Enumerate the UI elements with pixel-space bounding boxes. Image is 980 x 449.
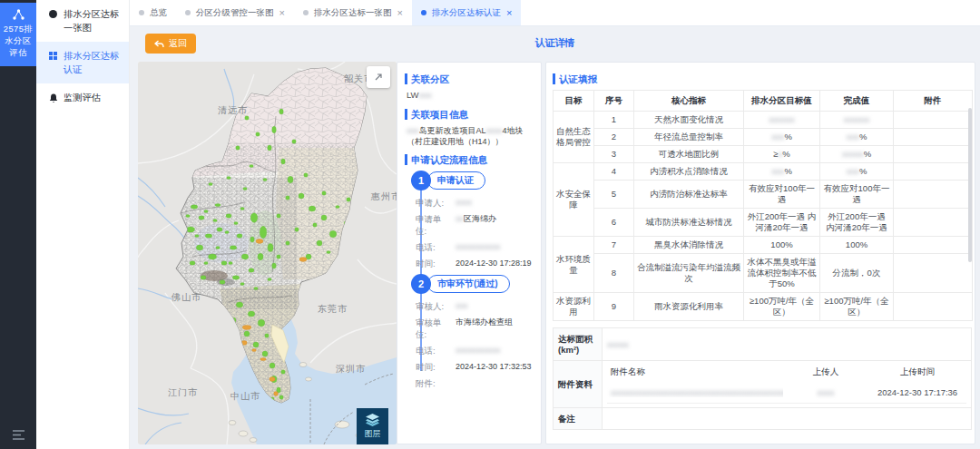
tab-label: 总览 [150, 7, 167, 19]
collapse-icon[interactable] [0, 430, 36, 442]
green-zone [268, 244, 273, 252]
green-zone [286, 196, 290, 200]
tab-close-icon[interactable]: × [279, 7, 285, 18]
green-zone [241, 254, 249, 259]
step-title: 市审环节(通过) [427, 275, 510, 293]
field-value: 2024-12-30 17:32:53 [456, 361, 532, 373]
tab-bar: 总览分区分级管控一张图×排水分区达标一张图×排水分区达标认证× [130, 0, 980, 26]
green-zone [196, 245, 203, 250]
target-cell: 有效应对100年一遇 [744, 181, 820, 209]
attachment-col-header: 上传时间 [868, 366, 966, 378]
goal-cell: 水环境质量 [554, 237, 594, 293]
indicator-cell: 天然水面变化情况 [634, 112, 744, 129]
green-zone [286, 241, 290, 246]
sidebar-item-label: 监测评估 [64, 91, 123, 104]
field-row: 申请人:xxxx [416, 197, 534, 209]
page-title: 认证详情 [130, 36, 980, 50]
tab-close-icon[interactable]: × [397, 7, 402, 18]
table-scrollbar[interactable] [968, 108, 972, 262]
sidebar-item-2[interactable]: 监测评估 [36, 83, 129, 112]
green-zone [225, 231, 230, 234]
tab-close-icon[interactable]: × [506, 7, 512, 18]
field-label: 时间: [416, 258, 446, 269]
green-zone [321, 215, 327, 220]
tab-label: 排水分区达标认证 [432, 7, 501, 19]
green-zone [244, 331, 250, 337]
orange-zone [260, 357, 266, 360]
attachment-cell [894, 163, 973, 181]
green-zone [327, 251, 331, 254]
table-row: 5内涝防治标准达标率有效应对100年一遇有效应对100年一遇 [554, 181, 973, 209]
orange-zone [256, 239, 263, 244]
process-timeline: 1申请认证申请人:xxxx申请单位:xx区海绵办电话:xxxxxxxxxxx时间… [405, 171, 534, 389]
green-zone [234, 222, 239, 225]
gis-map[interactable]: 韶关市清远市惠州市佛山市东莞市深圳市中山市江门市 [138, 62, 397, 444]
green-zone [190, 261, 195, 266]
table-row: 水环境质量7黑臭水体消除情况100%100% [554, 237, 973, 254]
indicator-cell: 合流制溢流污染年均溢流频次 [634, 254, 744, 293]
table-row: 8合流制溢流污染年均溢流频次水体不黑臭或年溢流体积控制率不低于50%分流制，0次 [554, 254, 973, 293]
masked-value: xxxxxxxxxxxxxxxxxxxxxxxxxxxxxxxxxxxxxxxx… [611, 387, 783, 397]
column-header: 排水分区目标值 [744, 91, 820, 112]
tab-0[interactable]: 总览 [130, 0, 176, 25]
green-zone [195, 235, 200, 238]
field-row: 电话:xxxxxxxxxxx [416, 241, 534, 253]
attachment-name[interactable]: xxxxxxxxxxxxxxxxxxxxxxxxxxxxxxxxxxxxxxxx… [607, 387, 783, 397]
green-zone [243, 188, 248, 190]
field-label: 附件: [416, 377, 446, 389]
sidebar-item-0[interactable]: 排水分区达标一张图 [36, 0, 129, 42]
city-label: 深圳市 [336, 364, 366, 374]
tab-3[interactable]: 排水分区达标认证× [412, 0, 521, 25]
green-zone [254, 288, 259, 290]
orange-zone [242, 326, 251, 330]
green-zone [304, 173, 309, 178]
step-number: 2 [411, 274, 431, 294]
expand-icon[interactable] [367, 66, 390, 88]
tab-1[interactable]: 分区分级管控一张图× [176, 0, 294, 25]
step-fields: 审核人:xxx审核单位:市海绵办检查组电话:xxxxxxxxxxx时间:2024… [416, 300, 534, 389]
done-cell: ≥100万吨/年（全区） [820, 293, 894, 321]
green-zone [309, 206, 316, 211]
field-row: 时间:2024-12-30 17:28:19 [416, 258, 534, 269]
masked-value: xx [456, 214, 464, 223]
green-zone [227, 177, 231, 180]
remark-label: 备注 [554, 408, 603, 430]
field-label: 审核单位: [416, 317, 446, 340]
seq-cell: 8 [594, 254, 634, 293]
attachment-cell [894, 146, 973, 163]
attachment-item: xxxxxxxxxxxxxxxxxxxxxxxxxxxxxxxxxxxxxxxx… [607, 386, 966, 404]
field-value: xxxxxxxxxxx [456, 345, 501, 356]
step-header: 2市审环节(通过) [405, 274, 534, 294]
green-zone [272, 263, 277, 268]
layers-button[interactable]: 图层 [357, 408, 388, 444]
green-zone [258, 319, 265, 327]
column-header: 序号 [594, 91, 634, 112]
column-header: 核心指标 [634, 91, 744, 112]
sidebar-item-1[interactable]: 排水分区达标认证 [36, 42, 129, 83]
green-zone [216, 247, 220, 249]
green-zone [253, 342, 259, 347]
field-row: 申请单位:xx区海绵办 [416, 213, 534, 237]
done-cell: xxxxx% [820, 146, 894, 163]
done-cell: xxxxxx [820, 112, 894, 129]
sidebar-item-evaluation[interactable]: 2575排水分区评估 [0, 3, 36, 66]
green-zone [245, 116, 250, 121]
certification-panel: 认证填报 目标序号核心指标排水分区目标值完成值附件自然生态格局管控1天然水面变化… [545, 62, 975, 444]
orange-zone [274, 392, 279, 396]
goal-cell: 自然生态格局管控 [554, 112, 594, 163]
section-title-project: 关联项目信息 [405, 109, 534, 120]
tab-dot-icon [421, 10, 426, 15]
green-zone [262, 351, 268, 356]
done-cell: xxx% [820, 163, 894, 181]
masked-value: xxxxxxxxxxx [456, 346, 501, 355]
orange-zone [299, 258, 307, 262]
partition-value: LWxxx [407, 90, 534, 100]
tab-2[interactable]: 排水分区达标一张图× [294, 0, 412, 25]
city-label: 惠州市 [370, 191, 397, 201]
green-zone [265, 334, 270, 338]
green-zone [329, 230, 337, 238]
field-row: 附件: [416, 377, 534, 389]
grid-icon [49, 52, 58, 61]
target-cell: xxx% [744, 163, 820, 181]
target-cell: 外江200年一遇 内河涌20年一遇 [744, 209, 820, 237]
